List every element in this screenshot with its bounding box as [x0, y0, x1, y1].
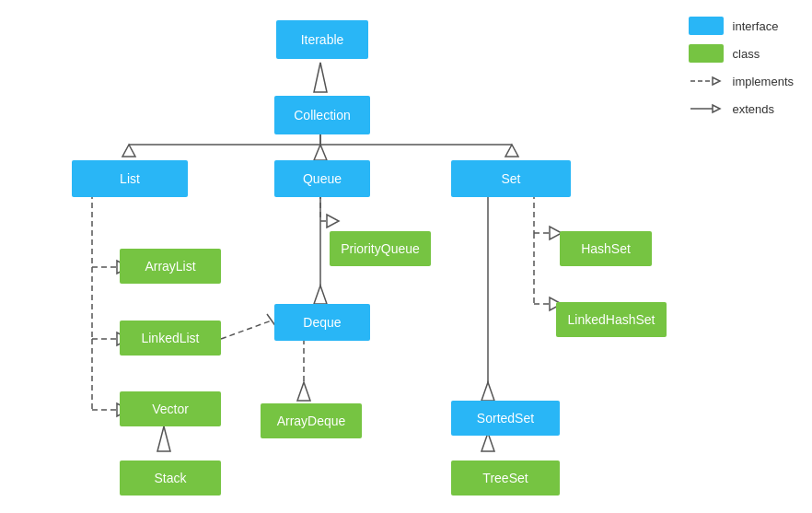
legend-class-box — [689, 44, 724, 63]
node-arraydeque: ArrayDeque — [261, 403, 362, 438]
legend-interface: interface — [689, 17, 794, 35]
svg-marker-40 — [481, 433, 494, 451]
svg-marker-21 — [157, 426, 170, 451]
node-set: Set — [451, 160, 571, 197]
svg-marker-1 — [314, 63, 327, 92]
legend-implements: implements — [689, 72, 794, 90]
node-iterable: Iterable — [276, 20, 368, 59]
node-deque: Deque — [274, 304, 370, 341]
node-stack: Stack — [120, 461, 221, 496]
legend-class: class — [689, 44, 794, 63]
legend-interface-label: interface — [733, 19, 779, 33]
svg-marker-10 — [505, 145, 518, 157]
svg-marker-26 — [314, 286, 327, 304]
svg-marker-28 — [297, 382, 310, 401]
svg-marker-5 — [122, 145, 135, 157]
node-hashset: HashSet — [560, 231, 652, 266]
node-linkedlist: LinkedList — [120, 321, 221, 356]
node-vector: Vector — [120, 391, 221, 426]
legend-extends: extends — [689, 99, 794, 118]
svg-marker-44 — [713, 105, 720, 112]
node-sortedset: SortedSet — [451, 401, 560, 436]
svg-marker-24 — [327, 215, 339, 227]
svg-marker-7 — [314, 145, 327, 160]
legend-implements-line — [689, 72, 724, 90]
svg-marker-38 — [481, 382, 494, 401]
node-linkedhashset: LinkedHashSet — [556, 302, 667, 337]
diagram-container: Iterable Collection List Queue Set Array… — [0, 0, 812, 513]
svg-line-29 — [221, 321, 272, 339]
legend-extends-label: extends — [733, 102, 775, 116]
node-arraylist: ArrayList — [120, 249, 221, 284]
node-collection: Collection — [274, 96, 370, 134]
legend-class-label: class — [733, 47, 760, 61]
node-list: List — [72, 160, 188, 197]
legend: interface class implements extends — [689, 17, 794, 118]
node-treeset: TreeSet — [451, 461, 560, 496]
legend-interface-box — [689, 17, 724, 35]
svg-marker-42 — [713, 77, 720, 85]
node-queue: Queue — [274, 160, 370, 197]
legend-extends-line — [689, 99, 724, 118]
node-priorityqueue: PriorityQueue — [330, 231, 431, 266]
legend-implements-label: implements — [733, 75, 794, 88]
